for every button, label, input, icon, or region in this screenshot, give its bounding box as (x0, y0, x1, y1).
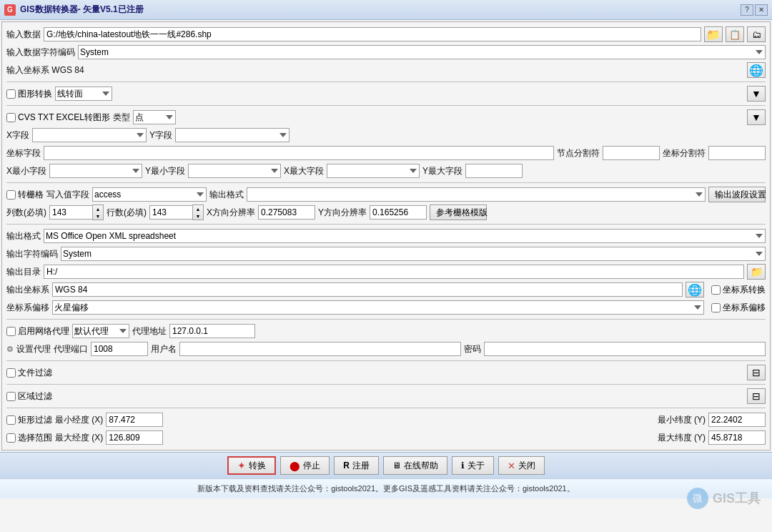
output-dir-label: 输出目录 (6, 266, 41, 278)
help-button[interactable]: 🖥 在线帮助 (383, 456, 447, 475)
offset-select[interactable]: 火星偏移 百度偏移 无偏移 (52, 300, 704, 315)
region-filter-checkbox[interactable] (6, 392, 16, 401)
csv-convert-row: CVS TXT EXCEL转图形 类型 点 线 面 ▼ (6, 109, 766, 125)
divider-5 (6, 319, 766, 320)
csv-type-select[interactable]: 点 线 面 (133, 110, 176, 124)
offset-checkbox-label[interactable]: 坐标系偏移 (711, 302, 766, 314)
x-max-field-select[interactable] (327, 164, 420, 178)
proxy-checkbox[interactable] (6, 327, 16, 336)
about-button[interactable]: ℹ 关于 (452, 456, 494, 475)
cols-label: 列数(必填) (6, 207, 46, 219)
file-filter-side-btn[interactable]: ⊟ (747, 365, 766, 380)
input-crs-button[interactable]: 🌐 (747, 62, 766, 78)
cols-down-btn[interactable]: ▼ (93, 212, 103, 220)
rows-down-btn[interactable]: ▼ (193, 212, 203, 220)
register-icon: R (343, 460, 350, 471)
ref-template-button[interactable]: 参考栅格模版 (430, 205, 487, 220)
help-icon: 🖥 (392, 460, 401, 471)
region-filter-row: 区域过滤 ⊟ (6, 388, 766, 404)
rows-spinbox: ▲ ▼ (149, 205, 204, 220)
x-min-input[interactable] (106, 413, 163, 427)
file-filter-checkbox-label[interactable]: 文件过滤 (6, 367, 52, 379)
proxy-checkbox-label[interactable]: 启用网络代理 (6, 325, 69, 338)
output-crs-label: 输出坐标系 (6, 284, 49, 296)
shape-convert-side-btn[interactable]: ▼ (747, 86, 766, 102)
grid-convert-checkbox-label[interactable]: 转栅格 (6, 189, 44, 201)
file-filter-checkbox[interactable] (6, 368, 16, 378)
shape-convert-checkbox[interactable] (6, 89, 16, 99)
output-dir-input[interactable] (44, 265, 744, 279)
x-field-select[interactable] (32, 128, 147, 142)
crs-transform-checkbox[interactable] (711, 285, 721, 295)
bbox-filter-checkbox[interactable] (6, 415, 16, 425)
y-res-input[interactable] (370, 205, 427, 220)
password-label: 密码 (464, 343, 481, 355)
type-label: 类型 (113, 112, 130, 124)
x-max-label: 最大经度 (X) (55, 432, 103, 444)
bbox-filter-checkbox-label[interactable]: 矩形过滤 (6, 414, 52, 426)
convert-button[interactable]: ✦ 转换 (227, 456, 276, 475)
grid-convert-checkbox[interactable] (6, 190, 16, 200)
cols-input[interactable] (49, 205, 92, 220)
output-encoding-select[interactable]: System UTF-8 GBK (61, 247, 766, 261)
encoding-select[interactable]: System UTF-8 GBK (78, 45, 766, 59)
grid-convert-label: 转栅格 (18, 189, 44, 201)
coord-sep-input[interactable] (708, 146, 766, 160)
y-min-input[interactable] (708, 413, 766, 427)
select-range-checkbox[interactable] (6, 433, 16, 443)
x-res-input[interactable] (258, 205, 315, 220)
output-band-button[interactable]: 输出波段设置 (708, 187, 766, 202)
csv-convert-checkbox[interactable] (6, 113, 16, 122)
watermark-icon: 微 (687, 488, 708, 509)
node-sep-input[interactable] (603, 146, 660, 160)
register-button[interactable]: R 注册 (334, 456, 379, 475)
close-action-label: 关闭 (518, 460, 535, 472)
minimize-button[interactable]: ? (741, 4, 753, 16)
password-input[interactable] (484, 342, 766, 356)
y-min-field-select[interactable] (188, 164, 281, 178)
x-max-input[interactable] (106, 430, 163, 445)
region-filter-checkbox-label[interactable]: 区域过滤 (6, 390, 52, 403)
stop-button[interactable]: ⬤ 停止 (280, 456, 330, 475)
close-action-button[interactable]: ✕ 关闭 (498, 456, 545, 475)
rows-input[interactable] (149, 205, 192, 220)
shape-convert-select[interactable]: 线转面 (55, 87, 112, 101)
offset-checkbox[interactable] (711, 303, 721, 312)
csv-side-btn[interactable]: ▼ (747, 109, 766, 125)
main-container: 输入数据 📁 📋 🗂 输入数据字符编码 System UTF-8 GBK 输入坐… (1, 21, 771, 450)
copy-button[interactable]: 📋 (726, 26, 744, 42)
proxy-addr-label: 代理地址 (132, 325, 167, 338)
layers-button[interactable]: 🗂 (747, 26, 766, 42)
coord-field-input[interactable] (44, 146, 554, 160)
region-filter-label: 区域过滤 (18, 390, 52, 403)
input-data-field[interactable] (44, 27, 701, 41)
region-filter-side-btn[interactable]: ⊟ (747, 388, 766, 404)
output-format-main-select[interactable]: MS Office Open XML spreadsheet ESRI Shap… (44, 229, 766, 243)
port-input[interactable] (91, 342, 148, 356)
output-format-label: 输出格式 (209, 189, 244, 201)
crs-transform-label[interactable]: 坐标系转换 (711, 284, 766, 296)
proxy-addr-input[interactable] (169, 324, 255, 338)
y-max-field-input[interactable] (465, 164, 523, 178)
select-range-label[interactable]: 选择范围 (6, 432, 52, 444)
y-field-select[interactable] (175, 128, 290, 142)
shape-convert-checkbox-label[interactable]: 图形转换 (6, 88, 52, 100)
rows-up-btn[interactable]: ▲ (193, 205, 203, 212)
divider-1 (6, 82, 766, 82)
proxy-type-select[interactable]: 默认代理 (72, 324, 129, 338)
y-max-input[interactable] (708, 430, 766, 445)
write-field-select[interactable]: access (92, 187, 207, 202)
output-crs-input[interactable] (52, 282, 683, 297)
user-input[interactable] (179, 342, 461, 356)
input-data-row: 输入数据 📁 📋 🗂 (6, 26, 766, 42)
output-dir-folder-button[interactable]: 📁 (747, 264, 766, 280)
output-crs-globe-button[interactable]: 🌐 (686, 282, 704, 297)
cols-up-btn[interactable]: ▲ (93, 205, 103, 212)
x-field-label: X字段 (6, 129, 29, 142)
y-min-field-label: Y最小字段 (145, 165, 185, 177)
x-min-field-select[interactable] (49, 164, 142, 178)
output-format-select[interactable] (247, 187, 706, 202)
close-button[interactable]: ✕ (755, 4, 768, 16)
csv-convert-checkbox-label[interactable]: CVS TXT EXCEL转图形 (6, 112, 110, 124)
open-folder-button[interactable]: 📁 (704, 26, 723, 42)
